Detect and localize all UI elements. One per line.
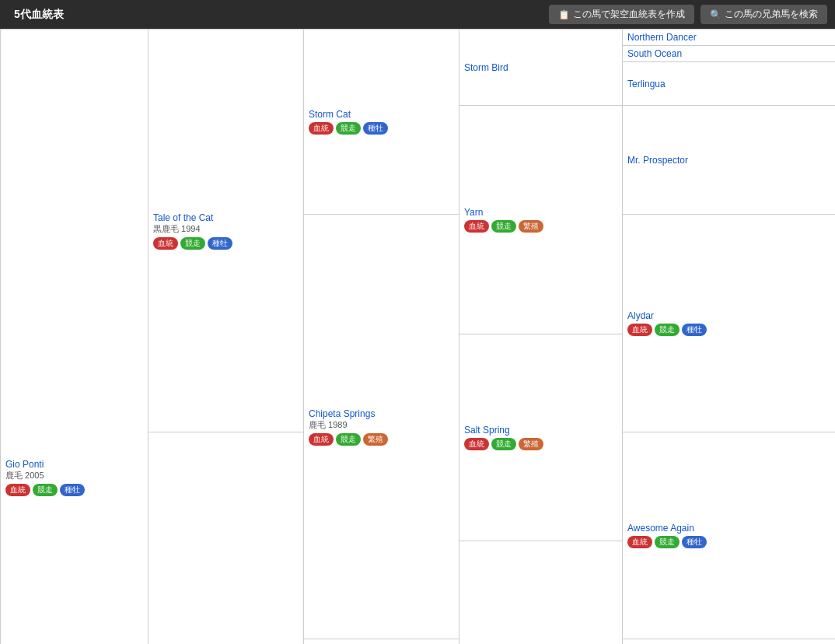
gen1-info: 鹿毛 2005 — [5, 470, 143, 481]
gen2b-name[interactable]: Chipeta Springs — [309, 408, 375, 419]
pedigree-table: Gio Ponti 鹿毛 2005 血統 競走 種牡 Tale of the C… — [0, 29, 835, 644]
gen1-badges: 血統 競走 種牡 — [5, 484, 143, 496]
gen3b-name[interactable]: Yarn — [464, 207, 483, 218]
top-bar: 5代血統表 📋 この馬で架空血統表を作成 🔍 この馬の兄弟馬を検索 — [0, 0, 835, 29]
gen3f-cell: Baby Zip 血統 繁殖 — [459, 541, 623, 645]
gen3a-cell: Storm Cat 血統 競走 種牡 — [304, 30, 459, 215]
gen1-cell: Gio Ponti 鹿毛 2005 血統 競走 種牡 — [1, 30, 148, 645]
gen5b-cell: South Ocean — [623, 46, 836, 62]
gen3e-name[interactable]: Awesome Again — [627, 523, 694, 534]
gen3a-name[interactable]: Storm Cat — [309, 109, 351, 120]
badge-breed: 種牡 — [60, 484, 85, 496]
gen2a-cell: Tale of the Cat 黒鹿毛 1994 血統 競走 種牡 — [148, 30, 304, 432]
gen2c-cell: Ghostzapper 鹿毛 2000 血統 競走 種牡 — [148, 432, 304, 645]
gen4b-name[interactable]: Terlingua — [627, 79, 666, 89]
gen3c-name[interactable]: Alydar — [627, 310, 654, 321]
gen3d-cell: Salt Spring 血統 競走 繁殖 — [459, 334, 623, 541]
table-row: Gio Ponti 鹿毛 2005 血統 競走 種牡 Tale of the C… — [1, 30, 836, 46]
gen1-name[interactable]: Gio Ponti — [5, 459, 44, 470]
search-icon: 🔍 — [710, 9, 721, 20]
gen5b-name[interactable]: South Ocean — [627, 48, 682, 59]
gen4b-cell: Terlingua — [623, 62, 836, 106]
gen2b-info: 鹿毛 1989 — [309, 419, 454, 431]
gen4c-name[interactable]: Mr. Prospector — [627, 155, 688, 166]
gen3b-cell: Yarn 血統 競走 繁殖 — [459, 106, 623, 334]
gen5a-cell: Northern Dancer — [623, 30, 836, 46]
page-title: 5代血統表 — [8, 8, 70, 22]
gen3g-cell: Trempolino 血統 競走 種牡 — [623, 639, 836, 645]
search-siblings-button[interactable]: 🔍 この馬の兄弟馬を検索 — [700, 5, 827, 24]
gen5a-name[interactable]: Northern Dancer — [627, 32, 697, 43]
gen3c-cell: Alydar 血統 競走 種牡 — [623, 215, 836, 432]
gen4c-cell: Mr. Prospector — [623, 106, 836, 215]
badge-blood: 血統 — [5, 484, 30, 496]
gen2a-info: 黒鹿毛 1994 — [153, 223, 299, 235]
gen3e-cell: Awesome Again 血統 競走 種牡 — [623, 432, 836, 639]
gen4a-cell: Storm Bird — [459, 30, 623, 106]
gen3d-name[interactable]: Salt Spring — [464, 425, 510, 436]
badge-run: 競走 — [33, 484, 58, 496]
gen4a-name[interactable]: Storm Bird — [464, 62, 508, 73]
gen2d-cell: Najecam 栗毛 1993 血統 競走 繁殖 — [304, 639, 459, 645]
gen2a-name[interactable]: Tale of the Cat — [153, 212, 213, 223]
gen2b-cell: Chipeta Springs 鹿毛 1989 血統 競走 繁殖 — [304, 215, 459, 639]
create-pedigree-button[interactable]: 📋 この馬で架空血統表を作成 — [549, 5, 694, 24]
document-icon: 📋 — [558, 9, 570, 20]
